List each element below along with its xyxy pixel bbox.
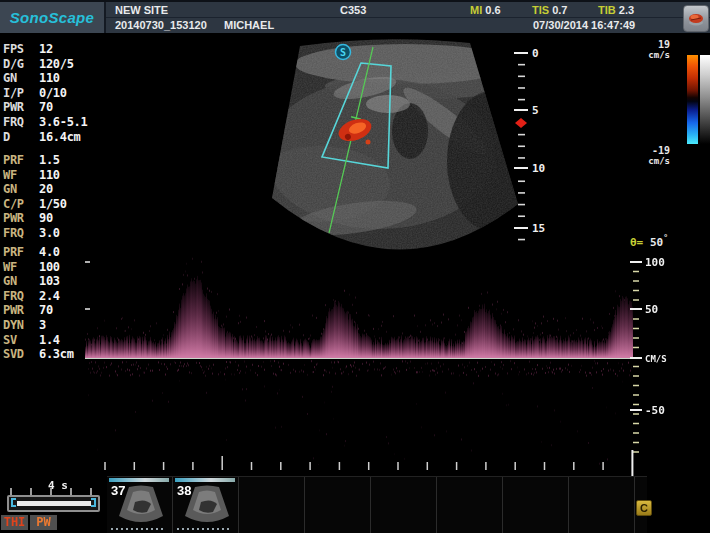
- thumbnail-empty-slot: [239, 477, 305, 533]
- param-row: PWR70: [3, 100, 91, 115]
- param-value: 12: [39, 42, 53, 57]
- patient-name: MICHAEL: [224, 19, 274, 31]
- thumbnail-number: 38: [177, 483, 191, 498]
- param-value: 3: [39, 318, 46, 333]
- cine-scrollbar[interactable]: [7, 495, 100, 512]
- thumbnail-caption: [177, 528, 232, 530]
- focus-marker-icon: [515, 118, 527, 128]
- param-group-bmode: FPS12D/G120/5GN110I/P0/10PWR70FRQ3.6-5.1…: [3, 42, 91, 144]
- color-doppler-bar: [687, 55, 698, 144]
- param-label: PWR: [3, 303, 39, 318]
- param-row: FRQ2.4: [3, 289, 91, 304]
- param-label: SV: [3, 333, 39, 348]
- svg-text:5: 5: [532, 104, 539, 117]
- hand-icon: [686, 9, 706, 29]
- param-label: DYN: [3, 318, 39, 333]
- svg-text:15: 15: [532, 222, 545, 235]
- param-row: PWR90: [3, 211, 91, 226]
- thumbnail-number: 37: [111, 483, 125, 498]
- param-value: 3.0: [39, 226, 60, 241]
- exam-id: 20140730_153120: [115, 19, 207, 31]
- svg-text:10: 10: [532, 162, 545, 175]
- thumbnail-header: [175, 478, 235, 482]
- svg-text:0: 0: [532, 47, 539, 60]
- depth-ruler: 051015: [512, 40, 558, 250]
- grayscale-bar: [700, 55, 710, 144]
- thumbnail-empty-slot: [569, 477, 635, 533]
- header-bar: SonoScape NEW SITE C353 MI 0.6 TIS 0.7 T…: [0, 0, 710, 33]
- param-value: 70: [39, 303, 53, 318]
- svg-text:100: 100: [645, 256, 665, 269]
- mi-label: MI: [470, 4, 482, 16]
- param-row: FRQ3.0: [3, 226, 91, 241]
- param-value: 100: [39, 260, 60, 275]
- param-label: PRF: [3, 245, 39, 260]
- param-label: WF: [3, 260, 39, 275]
- thumbnail-item[interactable]: 38: [173, 477, 239, 533]
- datetime: 07/30/2014 16:47:49: [533, 19, 635, 31]
- velocity-ruler: 10050CM/S-50: [616, 240, 710, 475]
- scrollbar-thumb[interactable]: [17, 501, 91, 506]
- param-row: FRQ3.6-5.1: [3, 115, 91, 130]
- tib-label: TIB: [598, 4, 616, 16]
- param-value: 1.4: [39, 333, 60, 348]
- param-value: 3.6-5.1: [39, 115, 87, 130]
- header-divider: [106, 17, 710, 18]
- param-value: 120/5: [39, 57, 74, 72]
- freeze-indicator-button[interactable]: [683, 5, 709, 32]
- spectral-display: [85, 250, 633, 465]
- colorbar-min-label: -19cm/s: [636, 146, 670, 166]
- param-value: 6.3cm: [39, 347, 74, 362]
- param-value: 20: [39, 182, 53, 197]
- param-label: D: [3, 130, 39, 145]
- param-row: PWR70: [3, 303, 91, 318]
- param-label: SVD: [3, 347, 39, 362]
- param-row: GN103: [3, 274, 91, 289]
- scrollbar-right-bracket: [91, 498, 96, 507]
- param-value: 90: [39, 211, 53, 226]
- tis-value: 0.7: [552, 4, 567, 16]
- param-row: SV1.4: [3, 333, 91, 348]
- param-label: PWR: [3, 211, 39, 226]
- thumbnail-item[interactable]: 37: [107, 477, 173, 533]
- site-name: NEW SITE: [115, 4, 168, 16]
- thumbnail-empty-slot: [371, 477, 437, 533]
- time-axis: [85, 448, 645, 478]
- c-indicator-button[interactable]: C: [636, 500, 652, 516]
- param-row: WF110: [3, 168, 91, 183]
- thumbnail-header: [109, 478, 169, 482]
- param-row: PRF1.5: [3, 153, 91, 168]
- param-label: GN: [3, 182, 39, 197]
- param-value: 70: [39, 100, 53, 115]
- probe-model: C353: [340, 4, 366, 16]
- param-label: GN: [3, 274, 39, 289]
- colorbar-max-label: 19cm/s: [640, 40, 670, 60]
- svg-text:CM/S: CM/S: [645, 354, 667, 364]
- ultrasound-screen: SonoScape NEW SITE C353 MI 0.6 TIS 0.7 T…: [0, 0, 710, 533]
- param-label: PWR: [3, 100, 39, 115]
- param-row: DYN3: [3, 318, 91, 333]
- mode-chip-thi[interactable]: THI: [1, 515, 28, 530]
- mi-readout: MI 0.6: [470, 4, 501, 16]
- mode-chip-pw[interactable]: PW: [30, 515, 57, 530]
- svg-text:S: S: [340, 47, 346, 58]
- param-label: FRQ: [3, 226, 39, 241]
- thumbnail-strip: 3738: [107, 476, 647, 533]
- param-row: D/G120/5: [3, 57, 91, 72]
- param-label: C/P: [3, 197, 39, 212]
- param-row: I/P0/10: [3, 86, 91, 101]
- svg-text:50: 50: [645, 303, 658, 316]
- param-row: C/P1/50: [3, 197, 91, 212]
- param-label: GN: [3, 71, 39, 86]
- param-row: D16.4cm: [3, 130, 91, 145]
- param-value: 16.4cm: [39, 130, 81, 145]
- param-row: FPS12: [3, 42, 91, 57]
- tis-label: TIS: [532, 4, 549, 16]
- param-value: 1/50: [39, 197, 67, 212]
- tib-readout: TIB 2.3: [598, 4, 634, 16]
- svg-text:-50: -50: [645, 404, 665, 417]
- param-value: 110: [39, 168, 60, 183]
- param-row: WF100: [3, 260, 91, 275]
- scrollbar-left-bracket: [11, 498, 16, 507]
- param-label: I/P: [3, 86, 39, 101]
